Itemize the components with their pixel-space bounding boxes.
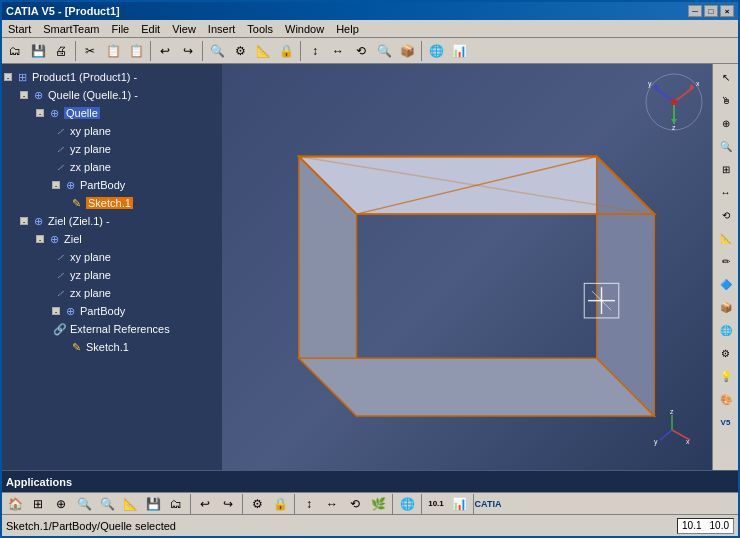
menu-smartteam[interactable]: SmartTeam: [37, 22, 105, 36]
bottom-btn-17[interactable]: 🌐: [396, 493, 418, 515]
expand-ziel1[interactable]: -: [20, 217, 28, 225]
bottom-btn-6[interactable]: 📐: [119, 493, 141, 515]
menu-help[interactable]: Help: [330, 22, 365, 36]
right-btn-1[interactable]: ↖: [715, 66, 737, 88]
tree-item-xy1[interactable]: ⟋ xy plane: [4, 122, 220, 140]
right-btn-15[interactable]: 🎨: [715, 388, 737, 410]
toolbar-btn-4[interactable]: ✂: [79, 40, 101, 62]
product-icon: ⊞: [14, 69, 30, 85]
bottom-btn-catia[interactable]: CATIA: [477, 493, 499, 515]
right-btn-6[interactable]: ↔: [715, 181, 737, 203]
tree-item-zx1[interactable]: ⟋ zx plane: [4, 158, 220, 176]
bottom-btn-5[interactable]: 🔍: [96, 493, 118, 515]
toolbar-btn-12[interactable]: ↔: [327, 40, 349, 62]
bottom-btn-7[interactable]: 💾: [142, 493, 164, 515]
tree-item-partbody2[interactable]: - ⊕ PartBody: [4, 302, 220, 320]
menu-file[interactable]: File: [105, 22, 135, 36]
toolbar-btn-9[interactable]: 📐: [252, 40, 274, 62]
bottom-btn-11[interactable]: ⚙: [246, 493, 268, 515]
tree-item-quelle1[interactable]: - ⊕ Quelle (Quelle.1) -: [4, 86, 220, 104]
tree-item-xy2[interactable]: ⟋ xy plane: [4, 248, 220, 266]
right-btn-9[interactable]: ✏: [715, 250, 737, 272]
right-btn-12[interactable]: 🌐: [715, 319, 737, 341]
bottom-btn-14[interactable]: ↔: [321, 493, 343, 515]
right-btn-5[interactable]: ⊞: [715, 158, 737, 180]
right-btn-2[interactable]: 🖱: [715, 89, 737, 111]
toolbar-btn-5[interactable]: 📋: [102, 40, 124, 62]
maximize-button[interactable]: □: [704, 5, 718, 17]
tree-item-zx2[interactable]: ⟋ zx plane: [4, 284, 220, 302]
toolbar-btn-7[interactable]: 🔍: [206, 40, 228, 62]
tree-item-ziel[interactable]: - ⊕ Ziel: [4, 230, 220, 248]
bottom-btn-3[interactable]: ⊕: [50, 493, 72, 515]
toolbar-btn-11[interactable]: ↕: [304, 40, 326, 62]
toolbar-btn-1[interactable]: 🗂: [4, 40, 26, 62]
toolbar-btn-17[interactable]: 📊: [448, 40, 470, 62]
bottom-btn-19[interactable]: 📊: [448, 493, 470, 515]
svg-point-21: [671, 99, 677, 105]
status-right: 10.1 10.0: [677, 518, 734, 534]
viewport[interactable]: x y z x y: [222, 64, 712, 470]
expand-partbody1[interactable]: -: [52, 181, 60, 189]
toolbar-sep-2: [150, 41, 151, 61]
menu-edit[interactable]: Edit: [135, 22, 166, 36]
right-btn-10[interactable]: 🔷: [715, 273, 737, 295]
bottom-btn-9[interactable]: ↩: [194, 493, 216, 515]
bottom-btn-13[interactable]: ↕: [298, 493, 320, 515]
tree-item-partbody1[interactable]: - ⊕ PartBody: [4, 176, 220, 194]
toolbar-btn-16[interactable]: 🌐: [425, 40, 447, 62]
bottom-btn-10[interactable]: ↪: [217, 493, 239, 515]
toolbar-btn-8[interactable]: ⚙: [229, 40, 251, 62]
right-btn-8[interactable]: 📐: [715, 227, 737, 249]
toolbar-btn-6[interactable]: 📋: [125, 40, 147, 62]
menu-start[interactable]: Start: [2, 22, 37, 36]
svg-text:x: x: [696, 80, 700, 87]
bottom-btn-2[interactable]: ⊞: [27, 493, 49, 515]
right-btn-13[interactable]: ⚙: [715, 342, 737, 364]
expand-partbody2[interactable]: -: [52, 307, 60, 315]
bottom-btn-12[interactable]: 🔒: [269, 493, 291, 515]
menu-tools[interactable]: Tools: [241, 22, 279, 36]
toolbar-btn-14[interactable]: 🔍: [373, 40, 395, 62]
toolbar-btn-2[interactable]: 💾: [27, 40, 49, 62]
right-toolbar: ↖ 🖱 ⊕ 🔍 ⊞ ↔ ⟲ 📐 ✏ 🔷 📦 🌐 ⚙ 💡 🎨 V5: [712, 64, 738, 470]
menu-insert[interactable]: Insert: [202, 22, 242, 36]
tree-item-product1[interactable]: - ⊞ Product1 (Product1) -: [4, 68, 220, 86]
expand-quelle1[interactable]: -: [20, 91, 28, 99]
zx2-label: zx plane: [70, 287, 111, 299]
bottom-btn-15[interactable]: ⟲: [344, 493, 366, 515]
expand-ziel[interactable]: -: [36, 235, 44, 243]
right-btn-7[interactable]: ⟲: [715, 204, 737, 226]
toolbar-btn-3[interactable]: 🖨: [50, 40, 72, 62]
bottom-btn-18[interactable]: 10.1: [425, 493, 447, 515]
tree-item-sketch1-q[interactable]: ✎ Sketch.1: [4, 194, 220, 212]
tree-item-quelle[interactable]: - ⊕ Quelle: [4, 104, 220, 122]
right-btn-4[interactable]: 🔍: [715, 135, 737, 157]
right-btn-3[interactable]: ⊕: [715, 112, 737, 134]
toolbar-btn-undo[interactable]: ↩: [154, 40, 176, 62]
toolbar-btn-10[interactable]: 🔒: [275, 40, 297, 62]
coord-y: 10.0: [710, 520, 729, 531]
expand-product1[interactable]: -: [4, 73, 12, 81]
bottom-btn-4[interactable]: 🔍: [73, 493, 95, 515]
extref-label: External References: [70, 323, 170, 335]
toolbar-btn-13[interactable]: ⟲: [350, 40, 372, 62]
close-button[interactable]: ×: [720, 5, 734, 17]
minimize-button[interactable]: ─: [688, 5, 702, 17]
expand-quelle[interactable]: -: [36, 109, 44, 117]
bottom-btn-8[interactable]: 🗂: [165, 493, 187, 515]
tree-item-extref[interactable]: 🔗 External References: [4, 320, 220, 338]
tree-item-sketch1-z[interactable]: ✎ Sketch.1: [4, 338, 220, 356]
tree-item-yz1[interactable]: ⟋ yz plane: [4, 140, 220, 158]
menu-view[interactable]: View: [166, 22, 202, 36]
toolbar-btn-15[interactable]: 📦: [396, 40, 418, 62]
bottom-btn-1[interactable]: 🏠: [4, 493, 26, 515]
menu-window[interactable]: Window: [279, 22, 330, 36]
right-btn-catia[interactable]: V5: [715, 411, 737, 433]
right-btn-14[interactable]: 💡: [715, 365, 737, 387]
tree-item-ziel1[interactable]: - ⊕ Ziel (Ziel.1) -: [4, 212, 220, 230]
bottom-btn-16[interactable]: 🌿: [367, 493, 389, 515]
tree-item-yz2[interactable]: ⟋ yz plane: [4, 266, 220, 284]
right-btn-11[interactable]: 📦: [715, 296, 737, 318]
toolbar-btn-redo[interactable]: ↪: [177, 40, 199, 62]
